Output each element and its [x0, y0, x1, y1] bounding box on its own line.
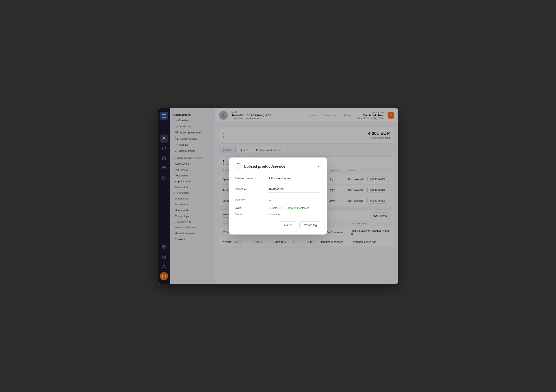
modal-field-quantity: Quantity [235, 196, 321, 203]
modal-overlay[interactable]: Utilised product/service ✕ Selected prod… [158, 108, 398, 284]
modal-close-button[interactable]: ✕ [316, 164, 321, 169]
cancel-button[interactable]: Cancel [280, 221, 298, 229]
modal-title: Utilised product/service [244, 165, 313, 169]
utilised-at-input[interactable] [267, 185, 321, 193]
quantity-input[interactable] [267, 196, 321, 203]
modal-header: Utilised product/service ✕ [235, 163, 321, 170]
modal-utilised-product: Utilised product/service ✕ Selected prod… [229, 157, 327, 235]
loading-spinner [235, 163, 241, 170]
selected-product-input[interactable] [267, 175, 321, 182]
modal-field-cycle: Cycle Cycle 2, FET (default) Medicated [235, 206, 321, 210]
modal-label-utilised-at: Utilised at [235, 188, 263, 190]
create-log-button[interactable]: Create log [299, 221, 321, 229]
modal-field-utilised-at: Utilised at [235, 185, 321, 193]
svg-point-15 [268, 207, 269, 208]
modal-label-status: Status [235, 213, 263, 216]
modal-footer: Cancel Create log [235, 221, 321, 229]
modal-label-cycle: Cycle [235, 206, 263, 210]
modal-label-product: Selected product* [235, 177, 263, 180]
modal-label-quantity: Quantity [235, 198, 263, 201]
modal-status-value: Not invoiced [267, 213, 321, 216]
modal-cycle-value: Cycle 2, FET (default) Medicated [267, 206, 321, 210]
cycle-dot-icon [267, 207, 270, 210]
modal-field-product: Selected product* [235, 175, 321, 182]
modal-field-status: Status Not invoiced [235, 213, 321, 216]
